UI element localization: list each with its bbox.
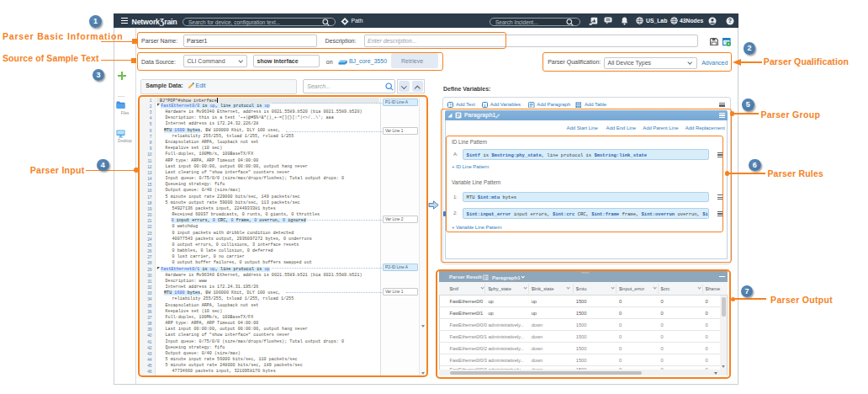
svg-text:?: ? xyxy=(728,18,731,24)
